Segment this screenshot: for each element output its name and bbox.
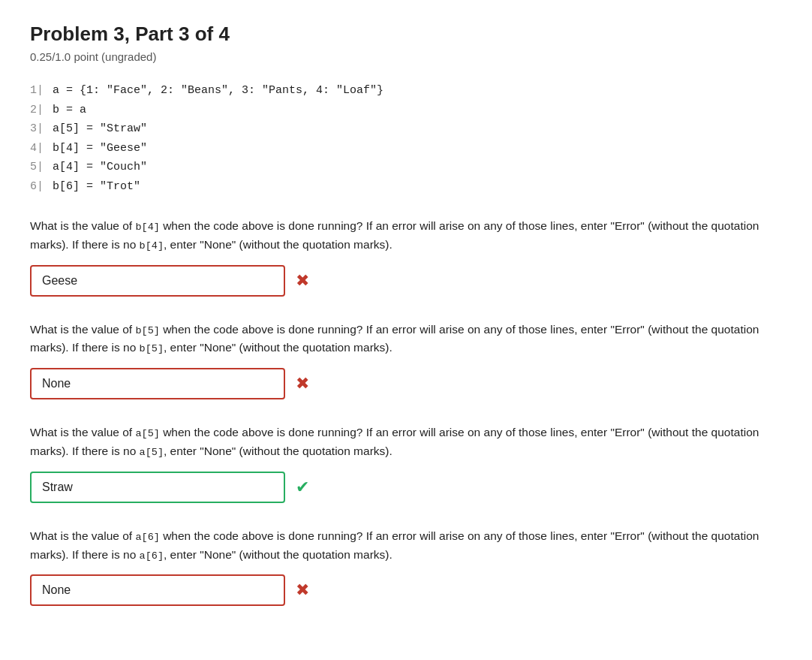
code-line-4: 4| b[4] = "Geese" <box>30 139 782 158</box>
code-line-3: 3| a[5] = "Straw" <box>30 119 782 139</box>
code-line-2: 2| b = a <box>30 101 782 120</box>
code-var2-q3: a[5] <box>140 447 164 458</box>
code-text-5: a[4] = "Couch" <box>53 158 147 177</box>
code-var-q1: b[4] <box>135 222 159 233</box>
answer-input-1[interactable] <box>30 265 285 297</box>
line-num-6: 6| <box>30 177 48 197</box>
code-text-6: b[6] = "Trot" <box>53 177 140 197</box>
code-text-1: a = {1: "Face", 2: "Beans", 3: "Pants, 4… <box>53 81 383 101</box>
code-var2-q2: b[5] <box>140 343 164 354</box>
code-block: 1| a = {1: "Face", 2: "Beans", 3: "Pants… <box>30 81 782 196</box>
input-row-3: ✔ <box>30 472 782 503</box>
code-var2-q1: b[4] <box>140 240 164 252</box>
question-text-1: What is the value of b[4] when the code … <box>30 217 782 255</box>
line-num-5: 5| <box>30 158 48 177</box>
code-var-q2: b[5] <box>135 325 159 336</box>
page-title: Problem 3, Part 3 of 4 <box>30 23 782 46</box>
code-text-2: b = a <box>53 101 86 120</box>
question-block-4: What is the value of a[6] when the code … <box>30 527 782 607</box>
line-num-4: 4| <box>30 139 48 158</box>
question-block-3: What is the value of a[5] when the code … <box>30 423 782 503</box>
input-row-1: ✖ <box>30 265 782 297</box>
question-text-4: What is the value of a[6] when the code … <box>30 527 782 565</box>
code-var2-q4: a[6] <box>140 550 164 562</box>
question-block-1: What is the value of b[4] when the code … <box>30 217 782 297</box>
answer-input-4[interactable] <box>30 574 285 606</box>
line-num-1: 1| <box>30 81 48 101</box>
code-line-1: 1| a = {1: "Face", 2: "Beans", 3: "Pants… <box>30 81 782 101</box>
answer-input-2[interactable] <box>30 368 285 399</box>
wrong-icon-4: ✖ <box>296 580 309 600</box>
code-text-3: a[5] = "Straw" <box>53 119 147 139</box>
answer-input-3[interactable] <box>30 472 285 503</box>
correct-icon-3: ✔ <box>296 478 309 497</box>
input-row-4: ✖ <box>30 574 782 606</box>
code-line-5: 5| a[4] = "Couch" <box>30 158 782 177</box>
line-num-3: 3| <box>30 119 48 139</box>
input-row-2: ✖ <box>30 368 782 399</box>
code-text-4: b[4] = "Geese" <box>53 139 147 158</box>
subtitle: 0.25/1.0 point (ungraded) <box>30 50 782 63</box>
question-text-2: What is the value of b[5] when the code … <box>30 321 782 358</box>
code-line-6: 6| b[6] = "Trot" <box>30 177 782 197</box>
question-text-3: What is the value of a[5] when the code … <box>30 423 782 461</box>
wrong-icon-1: ✖ <box>296 271 309 291</box>
code-var-q4: a[6] <box>135 532 159 543</box>
wrong-icon-2: ✖ <box>296 374 309 393</box>
line-num-2: 2| <box>30 101 48 120</box>
code-var-q3: a[5] <box>135 428 159 439</box>
question-block-2: What is the value of b[5] when the code … <box>30 321 782 400</box>
